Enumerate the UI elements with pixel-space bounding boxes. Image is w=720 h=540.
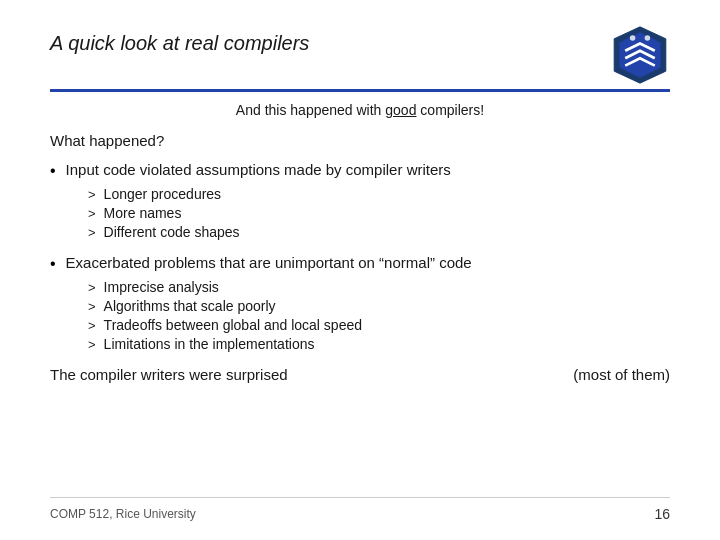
footer-page: 16 [654, 506, 670, 522]
sub-bullet-1-1-text: Longer procedures [104, 186, 222, 202]
sub-bullet-1-3: > Different code shapes [88, 224, 670, 240]
sub-arrow-icon: > [88, 206, 96, 221]
sub-arrow-icon: > [88, 187, 96, 202]
sub-arrow-icon: > [88, 337, 96, 352]
sub-arrow-icon: > [88, 225, 96, 240]
what-happened-heading: What happened? [50, 132, 670, 149]
bullet-2-sub-list: > Imprecise analysis > Algorithms that s… [88, 279, 670, 352]
header-divider [50, 89, 670, 92]
bullet-section-1: • Input code violated assumptions made b… [50, 161, 670, 240]
sub-bullet-2-2-text: Algorithms that scale poorly [104, 298, 276, 314]
conclusion-text: The compiler writers were surprised (mos… [50, 366, 670, 383]
sub-bullet-2-3: > Tradeoffs between global and local spe… [88, 317, 670, 333]
bullet-dot-2: • [50, 255, 56, 273]
sub-arrow-icon: > [88, 280, 96, 295]
sub-bullet-2-4-text: Limitations in the implementations [104, 336, 315, 352]
slide-footer: COMP 512, Rice University 16 [50, 497, 670, 522]
sub-bullet-2-1: > Imprecise analysis [88, 279, 670, 295]
sub-bullet-1-2-text: More names [104, 205, 182, 221]
sub-bullet-1-1: > Longer procedures [88, 186, 670, 202]
slide-title: A quick look at real compilers [50, 30, 309, 56]
bullet-dot-1: • [50, 162, 56, 180]
bullet-section-2: • Exacerbated problems that are unimport… [50, 254, 670, 352]
bullet-1-text: Input code violated assumptions made by … [66, 161, 451, 178]
conclusion-aside: (most of them) [573, 366, 670, 383]
conclusion-main: The compiler writers were surprised [50, 366, 288, 383]
sub-bullet-2-3-text: Tradeoffs between global and local speed [104, 317, 362, 333]
sub-bullet-1-3-text: Different code shapes [104, 224, 240, 240]
sub-bullet-2-2: > Algorithms that scale poorly [88, 298, 670, 314]
slide-header: A quick look at real compilers [50, 30, 670, 85]
sub-bullet-2-1-text: Imprecise analysis [104, 279, 219, 295]
svg-point-2 [630, 35, 636, 41]
bullet-1-sub-list: > Longer procedures > More names > Diffe… [88, 186, 670, 240]
bullet-1-main: • Input code violated assumptions made b… [50, 161, 670, 180]
sub-bullet-1-2: > More names [88, 205, 670, 221]
slide: A quick look at real compilers And this … [0, 0, 720, 540]
footer-course: COMP 512, Rice University [50, 507, 196, 521]
sub-arrow-icon: > [88, 318, 96, 333]
bullet-2-text: Exacerbated problems that are unimportan… [66, 254, 472, 271]
svg-point-3 [645, 35, 651, 41]
sub-arrow-icon: > [88, 299, 96, 314]
subtitle: And this happened with good compilers! [50, 102, 670, 118]
bullet-2-main: • Exacerbated problems that are unimport… [50, 254, 670, 273]
university-logo [610, 25, 670, 85]
sub-bullet-2-4: > Limitations in the implementations [88, 336, 670, 352]
